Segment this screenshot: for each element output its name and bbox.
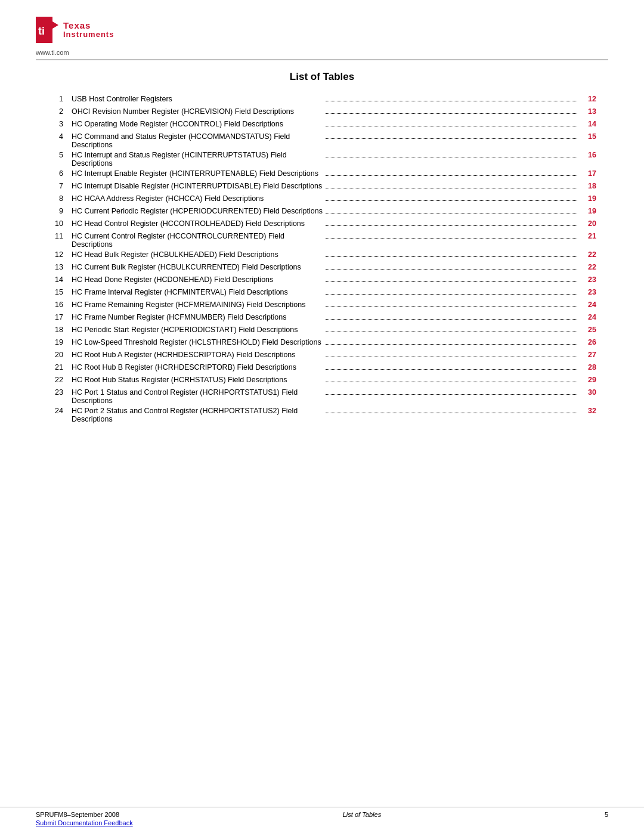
toc-page[interactable]: 24 xyxy=(580,301,596,309)
toc-page[interactable]: 21 xyxy=(580,232,596,240)
toc-row: 24HC Port 2 Status and Control Register … xyxy=(48,407,596,423)
footer-section: List of Tables xyxy=(343,811,381,818)
toc-dots xyxy=(326,113,577,114)
feedback-link[interactable]: Submit Documentation Feedback xyxy=(36,819,133,826)
toc-dots xyxy=(326,332,577,332)
page-container: ti Texas Instruments www.ti.com List of … xyxy=(0,0,644,833)
toc-page[interactable]: 27 xyxy=(580,351,596,359)
toc-page[interactable]: 32 xyxy=(580,407,596,415)
toc-dots xyxy=(326,126,577,126)
page-title: List of Tables xyxy=(36,71,608,83)
toc-page[interactable]: 12 xyxy=(580,95,596,103)
toc-page[interactable]: 15 xyxy=(580,132,596,141)
toc-num: 11 xyxy=(48,232,72,240)
toc-num: 16 xyxy=(48,301,72,309)
toc-dots xyxy=(326,369,577,370)
toc-num: 2 xyxy=(48,107,72,116)
toc-text: USB Host Controller Registers xyxy=(72,95,323,103)
toc-page[interactable]: 25 xyxy=(580,326,596,334)
toc-text: HC Head Done Register (HCDONEHEAD) Field… xyxy=(72,275,323,284)
footer-feedback: Submit Documentation Feedback xyxy=(36,818,608,827)
toc-text: HC Root Hub Status Register (HCRHSTATUS)… xyxy=(72,376,323,384)
toc-container: 1USB Host Controller Registers122OHCI Re… xyxy=(0,90,644,437)
toc-row: 11HC Current Control Register (HCCONTROL… xyxy=(48,232,596,249)
page-title-section: List of Tables xyxy=(0,60,644,90)
toc-num: 8 xyxy=(48,194,72,203)
toc-row: 12HC Head Bulk Register (HCBULKHEADED) F… xyxy=(48,250,596,261)
toc-dots xyxy=(326,200,577,201)
toc-page[interactable]: 20 xyxy=(580,219,596,228)
ti-logo-icon: ti xyxy=(36,17,58,43)
toc-page[interactable]: 23 xyxy=(580,275,596,284)
toc-row: 18HC Periodic Start Register (HCPERIODIC… xyxy=(48,326,596,336)
header: ti Texas Instruments xyxy=(0,0,644,43)
toc-num: 20 xyxy=(48,351,72,359)
toc-page[interactable]: 18 xyxy=(580,182,596,190)
toc-dots xyxy=(326,306,577,307)
toc-page[interactable]: 30 xyxy=(580,388,596,397)
toc-num: 24 xyxy=(48,407,72,415)
toc-text: HC Port 1 Status and Control Register (H… xyxy=(72,388,323,405)
toc-row: 4HC Command and Status Register (HCCOMMA… xyxy=(48,132,596,149)
toc-row: 17HC Frame Number Register (HCFMNUMBER) … xyxy=(48,313,596,324)
toc-dots xyxy=(326,188,577,188)
toc-num: 4 xyxy=(48,132,72,141)
toc-text: HC Periodic Start Register (HCPERIODICST… xyxy=(72,326,323,334)
toc-page[interactable]: 16 xyxy=(580,151,596,159)
toc-text: HC Command and Status Register (HCCOMMAN… xyxy=(72,132,323,149)
toc-row: 10HC Head Control Register (HCCONTROLHEA… xyxy=(48,219,596,230)
toc-num: 5 xyxy=(48,151,72,159)
toc-page[interactable]: 26 xyxy=(580,338,596,346)
toc-page[interactable]: 24 xyxy=(580,313,596,321)
toc-dots xyxy=(326,213,577,213)
footer-doc-id: SPRUFM8–September 2008 xyxy=(36,811,119,818)
toc-text: HC Operating Mode Register (HCCONTROL) F… xyxy=(72,120,323,128)
toc-dots xyxy=(326,238,577,239)
toc-num: 13 xyxy=(48,263,72,271)
toc-page[interactable]: 23 xyxy=(580,288,596,296)
toc-row: 5HC Interrupt and Status Register (HCINT… xyxy=(48,151,596,168)
toc-row: 20HC Root Hub A Register (HCRHDESCRIPTOR… xyxy=(48,351,596,361)
toc-row: 9HC Current Periodic Register (HCPERIODC… xyxy=(48,207,596,218)
toc-page[interactable]: 19 xyxy=(580,194,596,203)
toc-page[interactable]: 19 xyxy=(580,207,596,215)
toc-row: 1USB Host Controller Registers12 xyxy=(48,95,596,106)
toc-page[interactable]: 17 xyxy=(580,169,596,178)
toc-text: HC Head Control Register (HCCONTROLHEADE… xyxy=(72,219,323,228)
toc-dots xyxy=(326,319,577,320)
toc-num: 15 xyxy=(48,288,72,296)
logo-area: ti Texas Instruments xyxy=(36,17,114,43)
toc-num: 19 xyxy=(48,338,72,346)
svg-text:ti: ti xyxy=(38,25,45,37)
toc-dots xyxy=(326,413,577,413)
toc-num: 3 xyxy=(48,120,72,128)
toc-row: 7HC Interrupt Disable Register (HCINTERR… xyxy=(48,182,596,193)
toc-num: 6 xyxy=(48,169,72,178)
toc-page[interactable]: 22 xyxy=(580,263,596,271)
toc-dots xyxy=(326,269,577,270)
toc-page[interactable]: 14 xyxy=(580,120,596,128)
toc-dots xyxy=(326,225,577,226)
toc-num: 1 xyxy=(48,95,72,103)
toc-num: 10 xyxy=(48,219,72,228)
toc-row: 3HC Operating Mode Register (HCCONTROL) … xyxy=(48,120,596,131)
toc-dots xyxy=(326,101,577,101)
toc-dots xyxy=(326,294,577,295)
toc-row: 23HC Port 1 Status and Control Register … xyxy=(48,388,596,405)
toc-text: HC Current Control Register (HCCONTROLCU… xyxy=(72,232,323,249)
toc-num: 21 xyxy=(48,363,72,371)
logo-texas: Texas xyxy=(63,21,114,31)
toc-page[interactable]: 29 xyxy=(580,376,596,384)
toc-num: 23 xyxy=(48,388,72,397)
toc-page[interactable]: 22 xyxy=(580,250,596,259)
toc-row: 22HC Root Hub Status Register (HCRHSTATU… xyxy=(48,376,596,386)
toc-dots xyxy=(326,344,577,345)
toc-page[interactable]: 28 xyxy=(580,363,596,371)
logo-instruments: Instruments xyxy=(63,30,114,39)
toc-page[interactable]: 13 xyxy=(580,107,596,116)
toc-num: 7 xyxy=(48,182,72,190)
toc-text: HC Root Hub B Register (HCRHDESCRIPTORB)… xyxy=(72,363,323,371)
toc-num: 17 xyxy=(48,313,72,321)
toc-dots xyxy=(326,394,577,395)
toc-row: 13HC Current Bulk Register (HCBULKCURREN… xyxy=(48,263,596,274)
